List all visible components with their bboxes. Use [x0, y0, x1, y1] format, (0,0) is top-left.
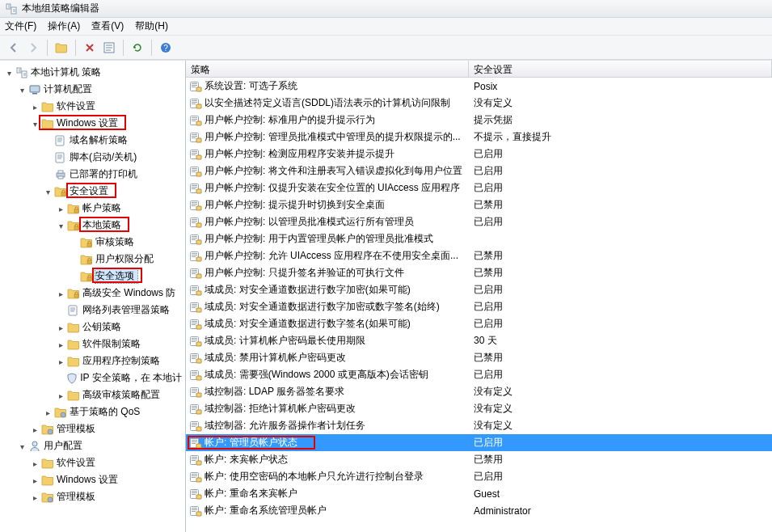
tree-label: 帐户策略: [82, 201, 124, 215]
list-row[interactable]: 用户帐户控制: 用于内置管理员帐户的管理员批准模式: [186, 230, 772, 247]
list-row[interactable]: 帐户: 重命名系统管理员帐户Administrator: [186, 502, 772, 519]
tree-item-software-settings[interactable]: ▸软件设置: [0, 98, 185, 115]
policy-icon: [189, 420, 202, 433]
tree-item-app-control[interactable]: ▸应用程序控制策略: [0, 353, 185, 369]
tree-item-user-windows-settings[interactable]: ▸Windows 设置: [0, 471, 185, 488]
tree-pane[interactable]: ▾本地计算机 策略▾计算机配置▸软件设置▾Windows 设置域名解析策略脚本(…: [0, 61, 186, 532]
policy-icon: [189, 233, 202, 246]
tree-item-security-options[interactable]: 安全选项: [0, 268, 185, 285]
list-row[interactable]: 域控制器: 允许服务器操作者计划任务没有定义: [186, 417, 772, 434]
tree-label: 软件设置: [57, 99, 99, 113]
window-titlebar: 本地组策略编辑器: [0, 0, 772, 18]
back-button[interactable]: [5, 39, 23, 57]
tree-item-local-policy[interactable]: ▾本地策略: [0, 217, 185, 234]
tree-label: 脚本(启动/关机): [70, 150, 140, 164]
tree-label: 用户配置: [44, 439, 86, 453]
properties-button[interactable]: [100, 39, 118, 57]
list-row[interactable]: 域成员: 对安全通道数据进行数字加密(如果可能)已启用: [186, 281, 772, 298]
tree-label: 软件设置: [57, 456, 99, 470]
menu-action[interactable]: 操作(A): [48, 19, 80, 33]
policy-icon: [189, 403, 202, 416]
list-row[interactable]: 用户帐户控制: 仅提升安装在安全位置的 UIAccess 应用程序已启用: [186, 179, 772, 196]
policy-name: 用户帐户控制: 仅提升安装在安全位置的 UIAccess 应用程序: [205, 181, 460, 195]
policy-name: 域成员: 对安全通道数据进行数字签名(如果可能): [205, 317, 411, 331]
list-row[interactable]: 帐户: 重命名来宾帐户Guest: [186, 485, 772, 502]
tree-item-network-list-mgr[interactable]: 网络列表管理器策略: [0, 302, 185, 319]
policy-value: 30 天: [469, 334, 772, 348]
up-button[interactable]: [53, 39, 70, 57]
menu-help[interactable]: 帮助(H): [135, 19, 168, 33]
toolbar-separator: [151, 40, 152, 56]
tree-label: 已部署的打印机: [70, 167, 141, 181]
list-row[interactable]: 域成员: 计算机帐户密码最长使用期限30 天: [186, 332, 772, 349]
list-row[interactable]: 帐户: 来宾帐户状态已禁用: [186, 451, 772, 468]
tree-item-deployed-printers[interactable]: 已部署的打印机: [0, 166, 185, 183]
delete-button[interactable]: [81, 39, 99, 57]
list-pane[interactable]: 策略 安全设置 系统设置: 可选子系统Posix以安全描述符定义语言(SDDL)…: [186, 61, 772, 532]
list-row[interactable]: 用户帐户控制: 管理员批准模式中管理员的提升权限提示的...不提示，直接提升: [186, 129, 772, 146]
help-button[interactable]: ?: [157, 39, 175, 57]
tree-label: IP 安全策略，在 本地计: [80, 371, 185, 385]
svg-text:?: ?: [163, 44, 168, 53]
tree-item-ip-security[interactable]: IP 安全策略，在 本地计: [0, 369, 185, 386]
tree-item-qos[interactable]: ▸基于策略的 QoS: [0, 403, 185, 420]
policy-name: 域成员: 计算机帐户密码最长使用期限: [205, 334, 365, 348]
policy-icon: [189, 318, 202, 331]
list-row[interactable]: 域成员: 对安全通道数据进行数字签名(如果可能)已启用: [186, 315, 772, 332]
tree-item-scripts[interactable]: 脚本(启动/关机): [0, 149, 185, 166]
tree-item-windows-settings[interactable]: ▾Windows 设置: [0, 115, 185, 132]
refresh-button[interactable]: [129, 39, 146, 57]
tree-label: 基于策略的 QoS: [70, 405, 143, 419]
list-row[interactable]: 用户帐户控制: 允许 UIAccess 应用程序在不使用安全桌面...已禁用: [186, 247, 772, 264]
list-row[interactable]: 系统设置: 可选子系统Posix: [186, 78, 772, 95]
policy-name: 用户帐户控制: 以管理员批准模式运行所有管理员: [205, 215, 414, 229]
tree-label: 本地策略: [82, 218, 124, 232]
policy-icon: [189, 250, 202, 263]
column-policy[interactable]: 策略: [186, 61, 469, 77]
tree-label: 高级审核策略配置: [82, 388, 163, 402]
policy-value: 没有定义: [469, 402, 772, 416]
policy-icon: [189, 454, 202, 467]
tree-item-admin-templates-computer[interactable]: ▸管理模板: [0, 420, 185, 437]
forward-button[interactable]: [24, 39, 42, 57]
list-row[interactable]: 用户帐户控制: 提示提升时切换到安全桌面已禁用: [186, 196, 772, 213]
tree-item-dns-policy[interactable]: 域名解析策略: [0, 132, 185, 149]
list-row[interactable]: 用户帐户控制: 检测应用程序安装并提示提升已启用: [186, 146, 772, 163]
tree-item-public-key[interactable]: ▸公钥策略: [0, 319, 185, 336]
tree-item-advanced-windows-fw[interactable]: ▸高级安全 Windows 防: [0, 285, 185, 302]
column-setting[interactable]: 安全设置: [469, 61, 772, 77]
tree-item-advanced-audit[interactable]: ▸高级审核策略配置: [0, 386, 185, 403]
tree-item-user-config[interactable]: ▾用户配置: [0, 437, 185, 454]
policy-name: 用户帐户控制: 允许 UIAccess 应用程序在不使用安全桌面...: [205, 249, 458, 263]
policy-name: 域成员: 需要强(Windows 2000 或更高版本)会话密钥: [205, 368, 428, 382]
menu-file[interactable]: 文件(F): [5, 19, 36, 33]
tree-item-security-settings[interactable]: ▾安全设置: [0, 183, 185, 200]
list-row[interactable]: 域成员: 禁用计算机帐户密码更改已禁用: [186, 349, 772, 366]
tree-item-user-admin-templates[interactable]: ▸管理模板: [0, 488, 185, 505]
tree-item-user-software-settings[interactable]: ▸软件设置: [0, 454, 185, 471]
tree-item-account-policy[interactable]: ▸帐户策略: [0, 200, 185, 217]
list-row[interactable]: 用户帐户控制: 以管理员批准模式运行所有管理员已启用: [186, 213, 772, 230]
policy-name: 域控制器: 拒绝计算机帐户密码更改: [205, 402, 356, 416]
tree-item-user-rights[interactable]: 用户权限分配: [0, 251, 185, 268]
list-row[interactable]: 用户帐户控制: 标准用户的提升提示行为提示凭据: [186, 112, 772, 129]
list-row[interactable]: 用户帐户控制: 将文件和注册表写入错误虚拟化到每用户位置已启用: [186, 163, 772, 179]
list-row[interactable]: 域成员: 需要强(Windows 2000 或更高版本)会话密钥已启用: [186, 366, 772, 383]
tree-item-audit-policy[interactable]: 审核策略: [0, 234, 185, 251]
menu-view[interactable]: 查看(V): [91, 19, 124, 33]
policy-name: 帐户: 重命名系统管理员帐户: [205, 504, 327, 517]
tree-item-computer-config[interactable]: ▾计算机配置: [0, 81, 185, 98]
policy-icon: [189, 267, 202, 280]
policy-icon: [189, 301, 202, 314]
list-row[interactable]: 用户帐户控制: 只提升签名并验证的可执行文件已禁用: [186, 264, 772, 281]
list-row[interactable]: 域控制器: 拒绝计算机帐户密码更改没有定义: [186, 400, 772, 417]
list-row[interactable]: 以安全描述符定义语言(SDDL)语法表示的计算机访问限制没有定义: [186, 95, 772, 112]
tree-item-root[interactable]: ▾本地计算机 策略: [0, 64, 185, 81]
list-row[interactable]: 帐户: 使用空密码的本地帐户只允许进行控制台登录已启用: [186, 468, 772, 485]
list-row[interactable]: 域控制器: LDAP 服务器签名要求没有定义: [186, 383, 772, 400]
list-row[interactable]: 帐户: 管理员帐户状态已启用: [186, 434, 772, 451]
policy-icon: [189, 488, 202, 500]
list-row[interactable]: 域成员: 对安全通道数据进行数字加密或数字签名(始终)已启用: [186, 298, 772, 315]
tree-item-software-restriction[interactable]: ▸软件限制策略: [0, 336, 185, 353]
policy-name: 帐户: 来宾帐户状态: [205, 453, 288, 467]
